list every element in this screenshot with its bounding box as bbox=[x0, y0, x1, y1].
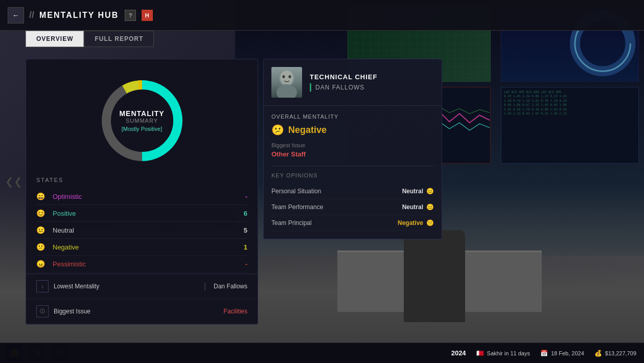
biggest-issue-card-label: Biggest Issue bbox=[271, 142, 434, 148]
mentality-text: Negative bbox=[288, 125, 327, 135]
chart-area: MENTALITY SUMMARY [Mostly Positive] bbox=[26, 59, 258, 177]
status-money: 💰 $13,227,709 bbox=[594, 350, 636, 357]
lowest-mentality-icon: ↓ bbox=[36, 280, 49, 292]
list-item[interactable]: 😕 Negative 1 bbox=[36, 239, 247, 256]
character-name-bar: DAN FALLOWS bbox=[310, 83, 377, 92]
money-icon: 💰 bbox=[594, 350, 602, 357]
opinion-row-personal: Personal Situation Neutral 😐 bbox=[271, 184, 434, 199]
svg-point-8 bbox=[277, 84, 297, 98]
mentality-value: 😕 Negative bbox=[271, 124, 434, 136]
tabs-bar: OVERVIEW FULL REPORT bbox=[26, 31, 154, 47]
hub-icon[interactable]: H bbox=[142, 10, 153, 21]
optimistic-count: - bbox=[240, 193, 247, 200]
states-section: STATES 😄 Optimistic - 😊 Positive 6 😐 Neu… bbox=[26, 177, 258, 273]
avatar-face bbox=[271, 67, 302, 98]
character-role: TECHNICAL CHIEF bbox=[310, 73, 377, 81]
biggest-issue-label: Biggest Issue bbox=[54, 308, 218, 315]
header-separator: // bbox=[29, 10, 34, 20]
bg-screen-3: LAP ACS 4PO BCA AGR LAP ACS 4PO0.23 1.45… bbox=[501, 87, 639, 164]
neutral-label: Neutral bbox=[53, 226, 240, 234]
bottom-info: ↓ Lowest Mentality | Dan Fallows ⓘ Bigge… bbox=[26, 274, 258, 324]
key-opinions-section: KEY OPINIONS Personal Situation Neutral … bbox=[264, 166, 442, 231]
side-arrow[interactable]: ❮❮ bbox=[5, 175, 22, 188]
year-value: 2024 bbox=[451, 349, 466, 357]
donut-label: MENTALITY bbox=[119, 109, 164, 118]
neutral-emoji: 😐 bbox=[36, 226, 48, 234]
bg-chair bbox=[404, 230, 465, 322]
pessimistic-label: Pessimistic bbox=[53, 260, 240, 268]
biggest-issue-value: Facilities bbox=[223, 308, 247, 315]
mentality-section: OVERALL MENTALITY 😕 Negative Biggest Iss… bbox=[264, 106, 442, 166]
flag-icon: 🇧🇭 bbox=[476, 350, 484, 357]
tab-overview[interactable]: OVERVIEW bbox=[26, 31, 84, 47]
donut-center: MENTALITY SUMMARY [Mostly Positive] bbox=[119, 109, 164, 132]
date-text: 18 Feb, 2024 bbox=[551, 350, 584, 356]
character-card: TECHNICAL CHIEF DAN FALLOWS OVERALL MENT… bbox=[263, 59, 442, 239]
opinion-team-perf-label: Team Performance bbox=[271, 203, 402, 211]
opinion-row-team-perf: Team Performance Neutral 😐 bbox=[271, 199, 434, 215]
header: ← // MENTALITY HUB ? H bbox=[0, 0, 644, 31]
overall-mentality-title: OVERALL MENTALITY bbox=[271, 114, 434, 120]
character-header: TECHNICAL CHIEF DAN FALLOWS bbox=[264, 59, 442, 106]
states-title: STATES bbox=[36, 177, 247, 183]
neutral-count: 5 bbox=[240, 226, 247, 234]
left-panel: MENTALITY SUMMARY [Mostly Positive] STAT… bbox=[26, 59, 258, 325]
svg-point-10 bbox=[283, 75, 285, 78]
donut-sublabel: SUMMARY bbox=[119, 118, 164, 124]
lowest-mentality-value: Dan Fallows bbox=[214, 283, 247, 290]
pessimistic-count: - bbox=[240, 260, 247, 268]
list-item[interactable]: 😊 Positive 6 bbox=[36, 205, 247, 222]
avatar bbox=[271, 67, 302, 98]
negative-label: Negative bbox=[53, 243, 240, 251]
help-icon[interactable]: ? bbox=[125, 10, 136, 21]
optimistic-emoji: 😄 bbox=[36, 192, 48, 200]
opinion-row-team-principal: Team Principal Negative 😕 bbox=[271, 215, 434, 231]
donut-chart: MENTALITY SUMMARY [Mostly Positive] bbox=[96, 75, 188, 167]
status-location: 🇧🇭 Sakhir in 11 days bbox=[476, 350, 530, 357]
lowest-mentality-row[interactable]: ↓ Lowest Mentality | Dan Fallows bbox=[26, 274, 258, 299]
positive-count: 6 bbox=[240, 210, 247, 217]
character-name: DAN FALLOWS bbox=[315, 84, 364, 91]
lowest-mentality-divider: | bbox=[204, 282, 206, 291]
money-text: $13,227,709 bbox=[605, 350, 636, 356]
biggest-issue-icon: ⓘ bbox=[36, 305, 49, 317]
character-info: TECHNICAL CHIEF DAN FALLOWS bbox=[310, 73, 377, 92]
biggest-issue-card-value: Other Staff bbox=[271, 150, 434, 158]
mentality-emoji: 😕 bbox=[271, 124, 284, 136]
positive-label: Positive bbox=[53, 210, 240, 217]
list-item[interactable]: 😠 Pessimistic - bbox=[36, 256, 247, 273]
header-title: MENTALITY HUB bbox=[39, 11, 119, 20]
list-item[interactable]: 😄 Optimistic - bbox=[36, 188, 247, 205]
opinion-personal-label: Personal Situation bbox=[271, 188, 402, 195]
negative-count: 1 bbox=[240, 243, 247, 251]
tab-full-report[interactable]: FULL REPORT bbox=[84, 31, 154, 47]
optimistic-label: Optimistic bbox=[53, 193, 240, 200]
negative-emoji: 😕 bbox=[36, 243, 48, 251]
svg-point-11 bbox=[289, 75, 291, 78]
lowest-mentality-label: Lowest Mentality bbox=[54, 283, 196, 290]
opinion-team-principal-value: Negative 😕 bbox=[398, 219, 434, 226]
calendar-icon: 📅 bbox=[540, 350, 548, 357]
pessimistic-emoji: 😠 bbox=[36, 260, 48, 268]
opinion-personal-value: Neutral 😐 bbox=[402, 188, 434, 195]
status-bar: 2024 🇧🇭 Sakhir in 11 days 📅 18 Feb, 2024… bbox=[0, 343, 644, 363]
positive-emoji: 😊 bbox=[36, 209, 48, 217]
location-text: Sakhir in 11 days bbox=[487, 350, 530, 356]
biggest-issue-row[interactable]: ⓘ Biggest Issue Facilities bbox=[26, 299, 258, 324]
donut-status: [Mostly Positive] bbox=[119, 126, 164, 132]
status-year: 2024 bbox=[451, 349, 466, 357]
status-date: 📅 18 Feb, 2024 bbox=[540, 350, 584, 357]
back-button[interactable]: ← bbox=[8, 7, 24, 24]
list-item[interactable]: 😐 Neutral 5 bbox=[36, 222, 247, 239]
name-bar-accent bbox=[310, 83, 311, 92]
opinion-team-principal-label: Team Principal bbox=[271, 219, 398, 226]
opinion-team-perf-value: Neutral 😐 bbox=[402, 203, 434, 211]
key-opinions-title: KEY OPINIONS bbox=[271, 166, 434, 184]
